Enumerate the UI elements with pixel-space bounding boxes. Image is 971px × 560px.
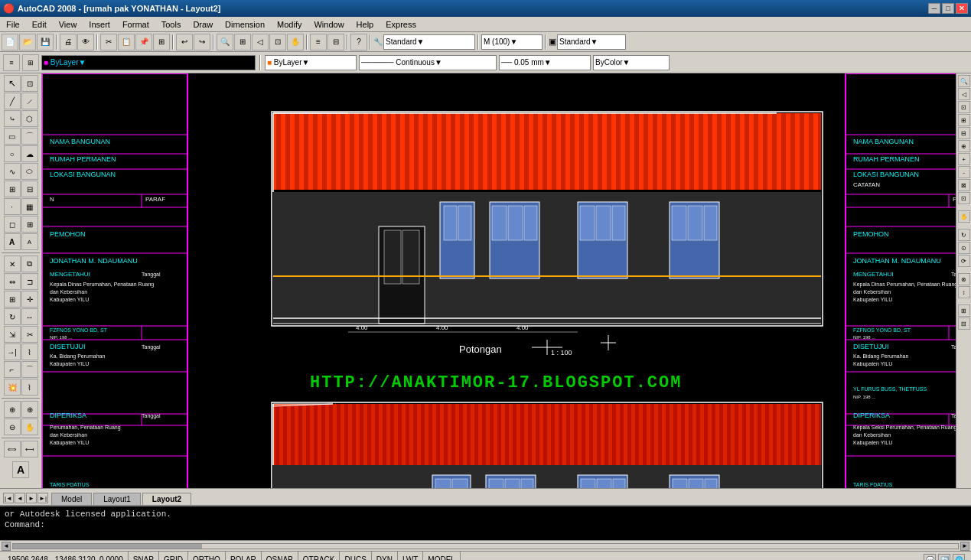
scale-tool[interactable]: ↔ <box>21 308 38 325</box>
paste-button[interactable]: 📌 <box>135 34 152 50</box>
properties-button[interactable]: ≡ <box>310 34 327 50</box>
tab-layout2[interactable]: Layout2 <box>142 493 191 505</box>
swivel-right[interactable]: ⊗ <box>958 273 970 285</box>
tab-nav-last[interactable]: ►| <box>37 493 48 503</box>
network-icon[interactable]: 🌐 <box>953 554 965 561</box>
close-button[interactable]: ✕ <box>956 3 968 14</box>
chamfer-tool[interactable]: ⌐ <box>4 361 21 378</box>
lineweight-dropdown[interactable]: ── 0.05 mm▼ <box>499 55 591 70</box>
minimize-button[interactable]: ─ <box>928 3 940 14</box>
menu-help[interactable]: Help <box>350 18 380 31</box>
zoom-all-right[interactable]: ⊠ <box>958 179 970 191</box>
menu-insert[interactable]: Insert <box>83 18 116 31</box>
construction-line[interactable]: ⟋ <box>21 93 38 109</box>
flythrough-right[interactable]: ⊟ <box>958 317 970 330</box>
dyn-button[interactable]: DYN <box>372 552 398 560</box>
pickbox-button[interactable]: ⊡ <box>21 75 38 92</box>
plotstyle-dropdown[interactable]: ByColor▼ <box>593 55 670 70</box>
snap-button[interactable]: SNAP <box>129 552 159 560</box>
zoom-dynamic-right[interactable]: ⊞ <box>958 114 970 126</box>
otrack-button[interactable]: OTRACK <box>298 552 341 560</box>
pan-realtime[interactable]: ✋ <box>287 34 304 50</box>
workspace-dropdown[interactable]: Standard▼ <box>383 34 475 50</box>
tab-nav-next[interactable]: ► <box>26 493 37 503</box>
line-tool[interactable]: ╱ <box>4 93 21 109</box>
pan-realtime-right[interactable]: ✋ <box>958 210 970 223</box>
polar-button[interactable]: POLAR <box>226 552 262 560</box>
ortho-button[interactable]: ORTHO <box>188 552 226 560</box>
rectangle-tool[interactable]: ▭ <box>4 128 21 145</box>
redo-button[interactable]: ↪ <box>194 34 210 50</box>
trim-tool[interactable]: ✂ <box>21 326 38 343</box>
stretch-tool[interactable]: ⇲ <box>4 326 21 343</box>
menu-window[interactable]: Window <box>308 18 350 31</box>
multiline-text[interactable]: A <box>4 233 21 250</box>
style-dropdown[interactable]: Standard▼ <box>557 34 626 50</box>
zoom-previous-right[interactable]: ◁ <box>958 88 970 100</box>
snap-osnap[interactable]: ⊕ <box>4 401 21 418</box>
lwt-button[interactable]: LWT <box>398 552 423 560</box>
revision-cloud[interactable]: ☁ <box>21 145 38 162</box>
zoom-in-right[interactable]: + <box>958 153 970 165</box>
zoom-scale-right[interactable]: ⊟ <box>958 127 970 139</box>
tab-layout1[interactable]: Layout1 <box>93 493 141 505</box>
hatch-tool[interactable]: ▦ <box>21 198 38 215</box>
ducs-button[interactable]: DUCS <box>340 552 371 560</box>
mirror-tool[interactable]: ⇔ <box>4 273 21 290</box>
model-button[interactable]: MODEL <box>423 552 461 560</box>
osnap-button[interactable]: OSNAP <box>262 552 298 560</box>
pan-tool[interactable]: ✋ <box>21 418 38 435</box>
array-tool[interactable]: ⊞ <box>4 291 21 308</box>
zoom-out[interactable]: ⊖ <box>4 418 21 435</box>
open-button[interactable]: 📂 <box>19 34 36 50</box>
erase-tool[interactable]: ✕ <box>4 256 21 272</box>
layer-states[interactable]: ⊞ <box>22 54 39 71</box>
ellipse-tool[interactable]: ⬭ <box>21 163 38 180</box>
continuous-orbit[interactable]: ⟳ <box>958 255 970 267</box>
tab-model[interactable]: Model <box>51 493 92 505</box>
designcenter[interactable]: ⊟ <box>327 34 344 50</box>
save-button[interactable]: 💾 <box>37 34 54 50</box>
menu-edit[interactable]: Edit <box>26 18 53 31</box>
zoom-out-right[interactable]: - <box>958 166 970 178</box>
arc-tool[interactable]: ⌒ <box>21 128 38 145</box>
tab-nav-first[interactable]: |◄ <box>3 493 14 503</box>
help-button[interactable]: ? <box>350 34 367 50</box>
pick-button[interactable]: ↖ <box>4 75 21 92</box>
table-tool[interactable]: ⊞ <box>21 216 38 233</box>
zoom-extents-right[interactable]: ⊡ <box>958 192 970 204</box>
menu-modify[interactable]: Modify <box>271 18 308 31</box>
menu-express[interactable]: Express <box>380 18 422 31</box>
maximize-button[interactable]: □ <box>942 3 954 14</box>
zoom-in[interactable]: ⊕ <box>21 401 38 418</box>
offset-tool[interactable]: ⊐ <box>21 273 38 290</box>
adjust-distance[interactable]: ↕ <box>958 286 970 298</box>
layer-dropdown[interactable]: ■ ByLayer▼ <box>41 55 256 70</box>
walk-right[interactable]: ⊞ <box>958 304 970 317</box>
break-tool[interactable]: ⌇ <box>21 343 38 360</box>
orbit-right[interactable]: ↻ <box>958 229 970 241</box>
menu-draw[interactable]: Draw <box>187 18 219 31</box>
zoom-center-right[interactable]: ⊕ <box>958 140 970 152</box>
zoom-previous[interactable]: ◁ <box>252 34 269 50</box>
new-button[interactable]: 📄 <box>2 34 18 50</box>
rotate-tool[interactable]: ↻ <box>4 308 21 325</box>
linetype-dropdown[interactable]: ────── Continuous▼ <box>359 55 497 70</box>
menu-dimension[interactable]: Dimension <box>219 18 271 31</box>
insert-block[interactable]: ⊞ <box>4 181 21 197</box>
scroll-right-btn[interactable]: ► <box>960 542 969 551</box>
scroll-left-btn[interactable]: ◄ <box>2 542 11 551</box>
circle-tool[interactable]: ○ <box>4 145 21 162</box>
region-tool[interactable]: ◻ <box>4 216 21 233</box>
grid-button[interactable]: GRID <box>159 552 188 560</box>
update-icon[interactable]: 🔄 <box>938 554 950 561</box>
copy-tool[interactable]: ⧉ <box>21 256 38 272</box>
fillet-tool[interactable]: ⌒ <box>21 361 38 378</box>
move-tool[interactable]: ✛ <box>21 291 38 308</box>
menu-format[interactable]: Format <box>116 18 155 31</box>
copy-button[interactable]: 📋 <box>118 34 135 50</box>
command-input-field[interactable] <box>48 520 354 529</box>
singleline-text[interactable]: A <box>21 233 38 250</box>
scrollbar-track[interactable] <box>12 543 959 549</box>
matchprop-button[interactable]: ⊞ <box>153 34 170 50</box>
